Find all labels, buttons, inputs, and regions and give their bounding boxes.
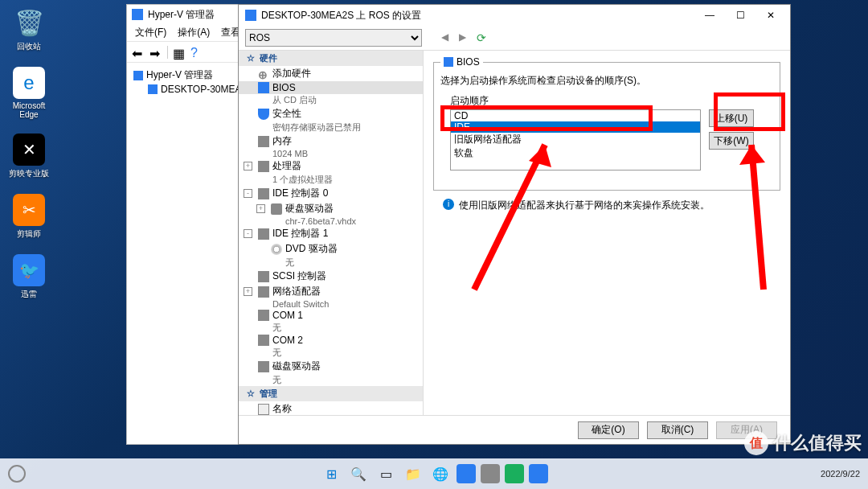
toolbar-back-icon[interactable]: ⬅ (132, 46, 145, 59)
edge-icon[interactable]: eMicrosoft Edge (6, 67, 51, 119)
minimize-button[interactable]: — (697, 5, 723, 26)
close-button[interactable]: ✕ (758, 5, 784, 26)
tree-scsi[interactable]: SCSI 控制器 (239, 269, 423, 284)
tree-com1-sub: 无 (239, 322, 423, 334)
desktop-icons: 🗑️回收站 eMicrosoft Edge ✕剪映专业版 ✂剪辑师 🐦迅雷 (6, 6, 51, 300)
annotation-box-ide (440, 105, 653, 131)
tree-cpu[interactable]: +处理器 (239, 158, 423, 174)
jianying-icon[interactable]: ✂剪辑师 (6, 194, 51, 240)
info-icon: i (443, 199, 454, 210)
tree-ide1-dvd[interactable]: DVD 驱动器 (239, 241, 423, 257)
watermark-icon: 值 (744, 431, 768, 455)
capcut-icon[interactable]: ✕剪映专业版 (6, 134, 51, 179)
dialog-footer: 确定(O) 取消(C) 应用(A) (239, 415, 790, 444)
move-down-button[interactable]: 下移(W) (709, 132, 754, 150)
vm-select[interactable]: ROS (245, 29, 422, 47)
tree-cpu-sub: 1 个虚拟处理器 (239, 174, 423, 186)
tree-com2[interactable]: COM 2 (239, 334, 423, 347)
tree-ide1-dvd-sub: 无 (239, 257, 423, 269)
taskbar-search-icon[interactable]: 🔍 (347, 462, 370, 485)
hyperv-title-text: Hyper-V 管理器 (148, 8, 215, 22)
taskbar-taskview-icon[interactable]: ▭ (375, 462, 397, 485)
tree-bios-sub: 从 CD 启动 (239, 94, 423, 106)
taskbar-explorer-icon[interactable]: 📁 (402, 462, 424, 485)
taskbar-app2[interactable] (481, 464, 500, 483)
taskbar-edge-icon[interactable]: 🌐 (429, 462, 452, 485)
bios-panel-title: BIOS (457, 56, 480, 68)
taskbar: ⊞ 🔍 ▭ 📁 🌐 2022/9/22 (0, 458, 868, 489)
dialog-titlebar[interactable]: DESKTOP-30MEA2S 上 ROS 的设置 — ☐ ✕ (239, 5, 790, 26)
watermark: 值 什么值得买 (744, 431, 862, 455)
menu-file[interactable]: 文件(F) (130, 24, 171, 41)
section-management: ☆管理 (239, 386, 423, 401)
toolbar-help-icon[interactable]: ? (190, 46, 203, 59)
tree-floppy-sub: 无 (239, 374, 423, 386)
watermark-text: 什么值得买 (773, 431, 862, 455)
settings-tree: ☆硬件 ⊕添加硬件 BIOS 从 CD 启动 安全性 密钥存储驱动器已禁用 内存… (239, 51, 424, 415)
tree-com2-sub: 无 (239, 347, 423, 359)
tree-memory[interactable]: 内存 (239, 134, 423, 149)
taskbar-app1[interactable] (457, 464, 476, 483)
recycle-bin-icon[interactable]: 🗑️回收站 (6, 6, 51, 52)
tree-memory-sub: 1024 MB (239, 149, 423, 158)
tree-bios[interactable]: BIOS (239, 81, 423, 94)
tree-security[interactable]: 安全性 (239, 106, 423, 121)
bios-info-row: i 使用旧版网络适配器来执行基于网络的来宾操作系统安装。 (443, 199, 780, 212)
cortana-icon[interactable] (8, 465, 26, 483)
cancel-button[interactable]: 取消(C) (647, 421, 708, 439)
taskbar-clock[interactable]: 2022/9/22 (821, 469, 860, 479)
bios-desc: 选择为启动操作系统而检查启动设备的顺序(S)。 (440, 74, 773, 88)
ok-button[interactable]: 确定(O) (578, 421, 639, 439)
tree-ide0-hd-sub: chr-7.6beta7.vhdx (239, 216, 423, 226)
tree-security-sub: 密钥存储驱动器已禁用 (239, 121, 423, 134)
tree-ide1[interactable]: -IDE 控制器 1 (239, 226, 423, 241)
section-hardware: ☆硬件 (239, 51, 423, 66)
toolbar-icon[interactable]: ▦ (173, 46, 186, 59)
tree-add-hardware[interactable]: ⊕添加硬件 (239, 66, 423, 81)
vm-settings-dialog: DESKTOP-30MEA2S 上 ROS 的设置 — ☐ ✕ ROS ◀ ▶ … (238, 4, 791, 445)
annotation-box-moveup (714, 92, 785, 131)
dialog-icon (245, 10, 256, 21)
tree-ide0[interactable]: -IDE 控制器 0 (239, 186, 423, 201)
boot-item-floppy[interactable]: 软盘 (451, 146, 700, 160)
tree-mgmt-name[interactable]: 名称 (239, 401, 423, 415)
dialog-toolbar: ROS ◀ ▶ ⟳ (239, 26, 790, 50)
boot-item-legacy-net[interactable]: 旧版网络适配器 (451, 133, 700, 146)
xunlei-icon[interactable]: 🐦迅雷 (6, 254, 51, 300)
toolbar-fwd-icon[interactable]: ➡ (149, 46, 162, 59)
tree-net-sub: Default Switch (239, 299, 423, 309)
refresh-icon[interactable]: ⟳ (477, 31, 489, 44)
start-button[interactable]: ⊞ (320, 462, 342, 485)
hyperv-icon (132, 9, 143, 20)
taskbar-app4[interactable] (529, 464, 548, 483)
nav-next-icon[interactable]: ▶ (459, 31, 472, 44)
tree-floppy[interactable]: 磁盘驱动器 (239, 359, 423, 374)
dialog-title-text: DESKTOP-30MEA2S 上 ROS 的设置 (261, 9, 421, 23)
taskbar-app3[interactable] (505, 464, 524, 483)
tree-com1[interactable]: COM 1 (239, 309, 423, 322)
nav-prev-icon[interactable]: ◀ (441, 31, 454, 44)
maximize-button[interactable]: ☐ (727, 5, 753, 26)
menu-action[interactable]: 操作(A) (173, 24, 215, 41)
bios-info-text: 使用旧版网络适配器来执行基于网络的来宾操作系统安装。 (459, 199, 710, 212)
tree-ide0-hd[interactable]: +硬盘驱动器 (239, 201, 423, 216)
tree-net[interactable]: +网络适配器 (239, 284, 423, 299)
